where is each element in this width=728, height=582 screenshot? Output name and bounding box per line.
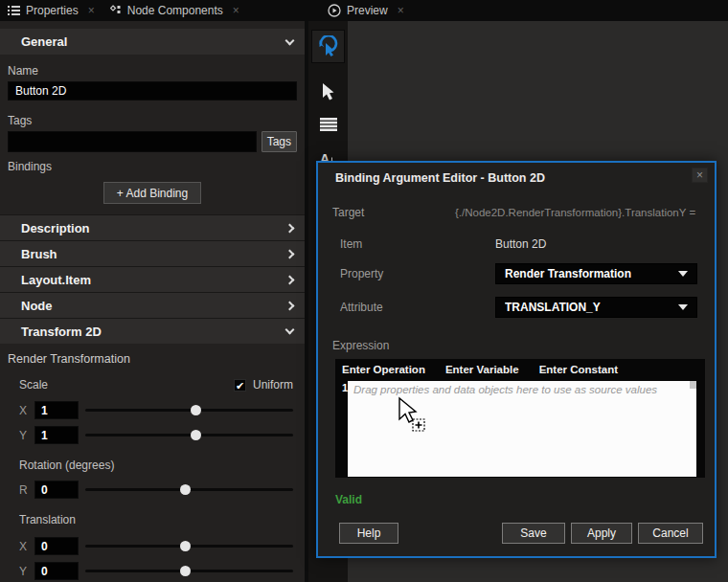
section-node-label: Node: [21, 299, 53, 313]
save-button[interactable]: Save: [502, 523, 565, 544]
translation-y-slider-handle[interactable]: [180, 566, 191, 576]
tags-button[interactable]: Tags: [262, 131, 297, 152]
tab-preview[interactable]: Preview ×: [320, 0, 412, 21]
translation-x-label: X: [19, 540, 34, 553]
properties-list-icon: [8, 6, 20, 16]
tab-node-components-label: Node Components: [127, 4, 223, 17]
property-dropdown[interactable]: Render Transformation: [495, 263, 697, 284]
expression-editor[interactable]: 1 Drag properties and data objects here …: [335, 380, 705, 478]
scale-y-input[interactable]: [34, 426, 79, 444]
uniform-label: Uniform: [253, 378, 293, 392]
tab-node-components-close-icon[interactable]: ×: [233, 4, 239, 17]
tab-properties-label: Properties: [26, 4, 79, 17]
property-dropdown-value: Render Transformation: [505, 267, 678, 280]
tab-properties-close-icon[interactable]: ×: [88, 4, 95, 17]
select-tool-button[interactable]: [311, 75, 345, 108]
rotation-r-slider-handle[interactable]: [180, 484, 191, 495]
chevron-down-icon: [285, 35, 295, 45]
bindings-label: Bindings: [8, 160, 297, 173]
preview-play-icon: [328, 4, 341, 17]
render-transformation-label: Render Transformation: [8, 352, 297, 366]
editor-scrollbar[interactable]: [690, 381, 696, 389]
chevron-right-icon: [285, 249, 295, 258]
chevron-right-icon: [285, 301, 295, 310]
app-window: Properties × Node Components × Preview ×…: [0, 0, 728, 582]
translation-x-slider[interactable]: [85, 537, 293, 555]
rotation-r-label: R: [19, 483, 34, 497]
tab-node-components[interactable]: Node Components ×: [102, 0, 247, 21]
dialog-title: Binding Argument Editor - Button 2D: [335, 171, 545, 185]
scale-y-label: Y: [19, 429, 34, 442]
chevron-down-icon: [678, 304, 688, 310]
section-layout-item[interactable]: Layout.Item: [0, 266, 305, 292]
section-layout-item-label: Layout.Item: [21, 273, 91, 287]
section-description-label: Description: [21, 221, 90, 235]
attribute-dropdown[interactable]: TRANSLATION_Y: [495, 297, 697, 318]
scale-x-input[interactable]: [34, 401, 79, 419]
tab-enter-variable[interactable]: Enter Variable: [445, 364, 519, 375]
scale-x-label: X: [19, 404, 34, 417]
rotation-label: Rotation (degrees): [19, 459, 297, 472]
cancel-button[interactable]: Cancel: [638, 523, 703, 544]
item-label: Item: [318, 237, 495, 251]
section-general-label: General: [21, 34, 67, 49]
attribute-dropdown-value: TRANSLATION_Y: [505, 301, 678, 314]
scale-label: Scale: [19, 378, 48, 392]
interact-cursor-icon: [317, 35, 340, 58]
section-node[interactable]: Node: [0, 292, 305, 318]
interact-tool-button[interactable]: [311, 30, 345, 63]
translation-x-slider-handle[interactable]: [180, 541, 191, 551]
tags-label: Tags: [8, 114, 297, 127]
dialog-close-icon[interactable]: ×: [692, 168, 708, 183]
validation-status: Valid: [335, 493, 715, 506]
help-button[interactable]: Help: [339, 523, 398, 544]
tab-bar: Properties × Node Components × Preview ×: [0, 0, 728, 21]
name-input[interactable]: [8, 81, 297, 101]
scale-y-slider-handle[interactable]: [191, 430, 201, 440]
drag-cursor-icon: [398, 396, 430, 435]
target-label: Target: [318, 206, 455, 219]
binding-argument-editor-dialog: Binding Argument Editor - Button 2D × Ta…: [316, 161, 717, 558]
properties-panel: General Name Tags Tags Bindings + Add Bi…: [0, 21, 305, 582]
expression-tab-bar: Enter Operation Enter Variable Enter Con…: [335, 359, 705, 380]
select-cursor-icon: [320, 82, 337, 101]
grid-tool-button[interactable]: [311, 107, 345, 141]
translation-label: Translation: [19, 513, 297, 526]
section-brush[interactable]: Brush: [0, 240, 305, 266]
editor-line-number: 1: [335, 380, 348, 478]
apply-button[interactable]: Apply: [571, 523, 632, 544]
tab-enter-constant[interactable]: Enter Constant: [539, 364, 618, 375]
section-transform-2d[interactable]: Transform 2D: [0, 318, 305, 344]
tags-input[interactable]: [8, 131, 257, 152]
scale-y-slider[interactable]: [85, 426, 293, 444]
property-label: Property: [318, 267, 495, 280]
expression-label: Expression: [332, 339, 715, 352]
scale-x-slider-handle[interactable]: [191, 405, 201, 415]
tab-preview-close-icon[interactable]: ×: [398, 4, 404, 17]
attribute-label: Attribute: [318, 301, 495, 314]
chevron-down-icon: [678, 271, 688, 277]
section-general[interactable]: General: [0, 29, 305, 55]
scale-x-slider[interactable]: [85, 401, 293, 419]
name-label: Name: [8, 64, 297, 78]
chevron-down-icon: [285, 325, 295, 335]
translation-y-slider[interactable]: [85, 562, 293, 580]
tab-properties[interactable]: Properties ×: [0, 0, 102, 21]
translation-x-input[interactable]: [34, 537, 79, 555]
tab-enter-operation[interactable]: Enter Operation: [342, 364, 425, 375]
section-description[interactable]: Description: [0, 214, 305, 240]
editor-text-area[interactable]: Drag properties and data objects here to…: [348, 381, 696, 477]
translation-y-input[interactable]: [34, 562, 79, 580]
uniform-checkbox[interactable]: ✔: [234, 379, 246, 392]
rotation-r-input[interactable]: [34, 481, 79, 499]
node-components-icon: [110, 5, 122, 16]
add-binding-button[interactable]: + Add Binding: [103, 182, 201, 204]
rotation-r-slider[interactable]: [85, 481, 293, 499]
target-value: {./Node2D.RenderTransformation}.Translat…: [455, 207, 715, 218]
section-transform-2d-label: Transform 2D: [21, 325, 102, 339]
translation-y-label: Y: [19, 565, 34, 578]
chevron-right-icon: [285, 275, 295, 284]
tab-preview-label: Preview: [347, 4, 388, 17]
grid-icon: [320, 118, 337, 131]
editor-placeholder: Drag properties and data objects here to…: [353, 384, 657, 395]
